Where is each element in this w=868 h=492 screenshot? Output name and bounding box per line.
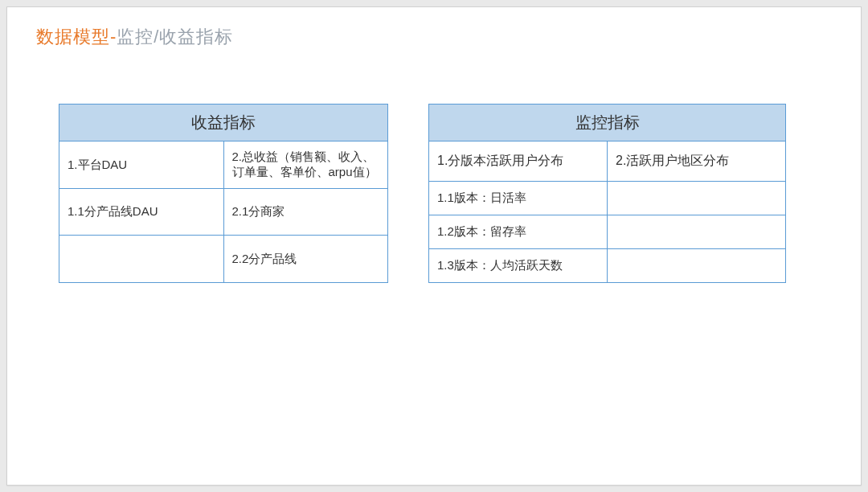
cell: 2.2分产品线 — [223, 236, 388, 283]
table-row: 1.1版本：日活率 — [429, 182, 786, 215]
cell — [608, 249, 786, 283]
table-row: 1.分版本活跃用户分布 2.活跃用户地区分布 — [429, 141, 786, 182]
cell: 1.2版本：留存率 — [429, 215, 608, 249]
table-row: 1.3版本：人均活跃天数 — [429, 249, 786, 283]
tables-container: 收益指标 1.平台DAU 2.总收益（销售额、收入、订单量、客单价、arpu值）… — [36, 104, 832, 283]
table-row: 1.平台DAU 2.总收益（销售额、收入、订单量、客单价、arpu值） — [59, 141, 388, 189]
title-part1: 数据模型- — [36, 27, 117, 47]
revenue-metrics-table: 收益指标 1.平台DAU 2.总收益（销售额、收入、订单量、客单价、arpu值）… — [59, 104, 388, 283]
table-row: 2.2分产品线 — [59, 236, 388, 283]
cell: 1.平台DAU — [59, 141, 224, 189]
cell — [59, 236, 224, 283]
cell: 2.总收益（销售额、收入、订单量、客单价、arpu值） — [223, 141, 388, 189]
slide: 数据模型-监控/收益指标 收益指标 1.平台DAU 2.总收益（销售额、收入、订… — [6, 6, 862, 486]
cell: 1.3版本：人均活跃天数 — [429, 249, 608, 283]
cell: 2.活跃用户地区分布 — [608, 141, 786, 182]
cell: 1.1版本：日活率 — [429, 182, 608, 215]
cell — [608, 182, 786, 215]
cell — [608, 215, 786, 249]
revenue-table-header: 收益指标 — [59, 105, 388, 141]
monitoring-table-header: 监控指标 — [429, 105, 786, 141]
table-row: 1.1分产品线DAU 2.1分商家 — [59, 188, 388, 236]
page-title: 数据模型-监控/收益指标 — [36, 25, 832, 49]
monitoring-metrics-table: 监控指标 1.分版本活跃用户分布 2.活跃用户地区分布 1.1版本：日活率 1.… — [428, 104, 786, 283]
table-row: 1.2版本：留存率 — [429, 215, 786, 249]
title-part2: 监控/收益指标 — [117, 27, 233, 47]
cell: 1.1分产品线DAU — [59, 188, 224, 236]
cell: 2.1分商家 — [223, 188, 388, 236]
cell: 1.分版本活跃用户分布 — [429, 141, 608, 182]
